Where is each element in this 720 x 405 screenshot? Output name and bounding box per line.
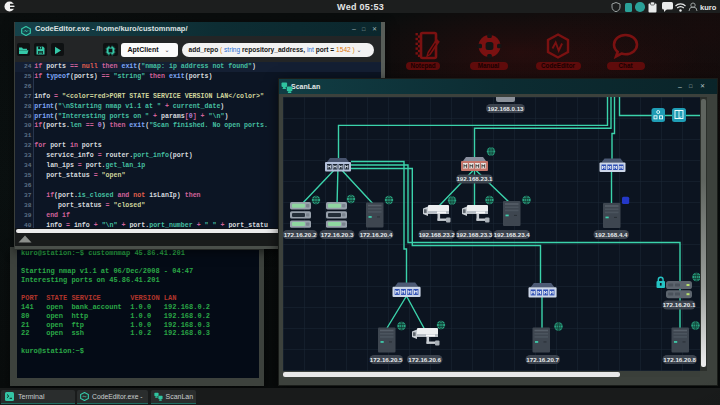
svg-text:192.168.23.3: 192.168.23.3: [456, 231, 493, 238]
svg-text:192.168.23.2: 192.168.23.2: [419, 231, 456, 238]
svg-text:172.16.20.3: 172.16.20.3: [321, 231, 354, 238]
svg-text:172.16.20.8: 172.16.20.8: [663, 356, 696, 363]
svg-text:172.16.20.7: 172.16.20.7: [526, 356, 559, 363]
svg-text:172.16.20.1: 172.16.20.1: [663, 301, 696, 308]
svg-text:192.168.0.13: 192.168.0.13: [487, 105, 524, 112]
svg-text:172.16.20.5: 172.16.20.5: [370, 356, 403, 363]
svg-text:192.168.23.4: 192.168.23.4: [494, 231, 531, 238]
svg-text:172.16.20.6: 172.16.20.6: [408, 356, 441, 363]
svg-text:172.16.20.2: 172.16.20.2: [284, 231, 317, 238]
svg-text:192.168.4.4: 192.168.4.4: [595, 231, 628, 238]
svg-text:192.168.23.1: 192.168.23.1: [456, 175, 493, 182]
svg-text:172.16.20.4: 172.16.20.4: [360, 231, 393, 238]
